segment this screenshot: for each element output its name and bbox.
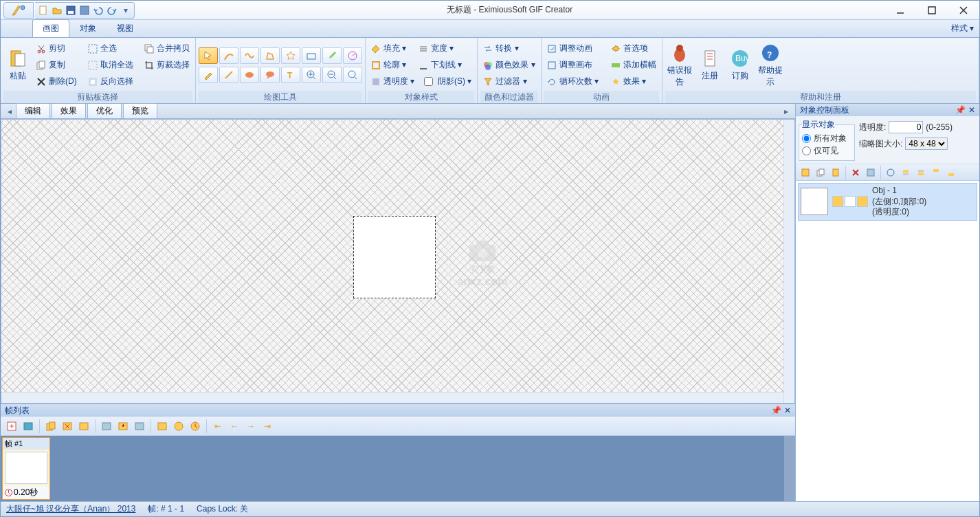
- ot-bottom[interactable]: [944, 166, 958, 179]
- ot-new[interactable]: [799, 166, 812, 179]
- ot-top[interactable]: [929, 166, 943, 179]
- merge-copy-button[interactable]: 合并拷贝: [142, 41, 192, 56]
- framestrip-scroll[interactable]: [784, 436, 795, 501]
- canvas[interactable]: 安下载 anxz.com: [1, 119, 795, 404]
- ft-first[interactable]: ⇤: [211, 419, 225, 433]
- tool-shapes[interactable]: [302, 47, 321, 64]
- ot-copy[interactable]: [814, 166, 827, 179]
- ot-paste[interactable]: [829, 166, 843, 179]
- tool-polygon[interactable]: [260, 47, 280, 64]
- ft-del[interactable]: [60, 419, 74, 433]
- subtab-next[interactable]: ▸: [781, 107, 791, 116]
- filters-button[interactable]: 过滤器 ▾: [480, 74, 537, 89]
- radio-visible[interactable]: [802, 146, 811, 155]
- cut-button[interactable]: 剪切: [34, 41, 80, 56]
- ot-up[interactable]: [899, 166, 913, 179]
- copy-button[interactable]: 复制: [34, 58, 80, 73]
- undo-icon[interactable]: [93, 5, 104, 16]
- crop-selection-button[interactable]: 剪裁选择: [142, 58, 192, 73]
- effects-button[interactable]: 效果 ▾: [608, 74, 659, 89]
- object-item[interactable]: Obj - 1 (左侧:0,顶部:0) (透明度:0): [798, 183, 977, 221]
- panel-close-icon[interactable]: ✕: [968, 105, 975, 115]
- ot-merge[interactable]: [864, 166, 878, 179]
- type-icon[interactable]: [857, 196, 868, 207]
- tool-measure[interactable]: [343, 47, 362, 64]
- ot-refresh[interactable]: [884, 166, 898, 179]
- order-button[interactable]: Buy订购: [726, 41, 755, 90]
- tab-draw[interactable]: 画图: [32, 19, 69, 37]
- fill-button[interactable]: 填充 ▾: [368, 41, 409, 56]
- subtab-preview[interactable]: 预览: [123, 103, 157, 119]
- ft-timer[interactable]: [188, 419, 202, 433]
- saveas-icon[interactable]: [79, 5, 90, 16]
- help-button[interactable]: ?帮助提示: [756, 41, 785, 90]
- tool-line[interactable]: [219, 67, 238, 83]
- loopcount-button[interactable]: 循环次数 ▾: [544, 74, 601, 89]
- tool-zoom-in[interactable]: [302, 67, 321, 83]
- subtab-effect[interactable]: 效果: [52, 103, 86, 119]
- radio-all[interactable]: [802, 134, 811, 143]
- ft-last[interactable]: ⇥: [260, 419, 274, 433]
- width-button[interactable]: 宽度 ▾: [416, 41, 456, 56]
- maximize-button[interactable]: [916, 1, 948, 20]
- coloreffect-button[interactable]: 颜色效果 ▾: [480, 58, 537, 73]
- style-dropdown[interactable]: 样式 ▾: [951, 23, 974, 34]
- addbanner-button[interactable]: 添加横幅: [608, 58, 659, 73]
- select-all-button[interactable]: 全选: [85, 41, 136, 56]
- scrollbar-h[interactable]: [1, 392, 783, 403]
- pin-icon[interactable]: 📌: [771, 406, 781, 415]
- subtab-prev[interactable]: ◂: [5, 107, 14, 116]
- tool-ellipse[interactable]: [240, 67, 259, 83]
- ft-prop[interactable]: [77, 419, 91, 433]
- preferences-button[interactable]: 首选项: [608, 41, 659, 56]
- tool-star[interactable]: [281, 47, 300, 64]
- tab-object[interactable]: 对象: [69, 19, 107, 37]
- ft-prev[interactable]: ←: [227, 419, 241, 433]
- adjust-anim-button[interactable]: 调整动画: [544, 41, 601, 56]
- delete-button[interactable]: 删除(D): [34, 74, 80, 89]
- panel-close-icon[interactable]: ✕: [784, 406, 791, 415]
- invert-selection-button[interactable]: 反向选择: [85, 74, 136, 89]
- convert-button[interactable]: 转换 ▾: [480, 41, 537, 56]
- ft-settings1[interactable]: [155, 419, 169, 433]
- subtab-optimize[interactable]: 优化: [87, 103, 122, 119]
- underline-button[interactable]: 下划线 ▾: [416, 58, 465, 73]
- pin-icon[interactable]: 📌: [955, 105, 966, 115]
- shadow-button[interactable]: 阴影(S) ▾: [435, 74, 474, 89]
- ot-del[interactable]: [849, 166, 862, 179]
- open-icon[interactable]: [52, 5, 63, 16]
- tool-pencil[interactable]: [199, 67, 218, 83]
- register-button[interactable]: 注册: [695, 41, 724, 90]
- tab-view[interactable]: 视图: [107, 19, 144, 37]
- new-icon[interactable]: [38, 5, 49, 16]
- ft-refresh[interactable]: [133, 419, 146, 433]
- tool-curve[interactable]: [219, 47, 238, 64]
- qat-dropdown-icon[interactable]: ▾: [120, 5, 131, 16]
- scrollbar-v[interactable]: [783, 120, 794, 403]
- bugreport-button[interactable]: 错误报告: [665, 41, 694, 90]
- visibility-icon[interactable]: [832, 196, 843, 207]
- tool-callout[interactable]: [260, 67, 280, 83]
- ft-next[interactable]: →: [244, 419, 258, 433]
- frame-item[interactable]: 帧 #1 0.20秒: [2, 437, 50, 500]
- thumbsize-select[interactable]: 48 x 48: [905, 138, 948, 150]
- app-logo[interactable]: [3, 2, 34, 19]
- tool-dropper[interactable]: [322, 47, 342, 64]
- tool-pointer[interactable]: [199, 47, 218, 64]
- outline-button[interactable]: 轮廓 ▾: [368, 58, 409, 73]
- ft-import[interactable]: [100, 419, 113, 433]
- ft-export[interactable]: [116, 419, 130, 433]
- deselect-button[interactable]: 取消全选: [85, 58, 136, 73]
- lock-icon[interactable]: [845, 196, 856, 207]
- subtab-edit[interactable]: 编辑: [16, 103, 50, 119]
- redo-icon[interactable]: [107, 5, 118, 16]
- status-link[interactable]: 大眼仔~旭 汉化分享（Anan） 2013: [6, 503, 135, 515]
- adjust-canvas-button[interactable]: 调整画布: [544, 58, 601, 73]
- close-button[interactable]: [948, 1, 979, 20]
- ft-dup[interactable]: [44, 419, 58, 433]
- canvas-object[interactable]: [353, 216, 436, 298]
- ft-addimg[interactable]: [21, 419, 35, 433]
- opacity-button[interactable]: 透明度 ▾: [368, 74, 417, 89]
- ft-add[interactable]: [5, 419, 19, 433]
- shadow-checkbox[interactable]: [424, 77, 433, 86]
